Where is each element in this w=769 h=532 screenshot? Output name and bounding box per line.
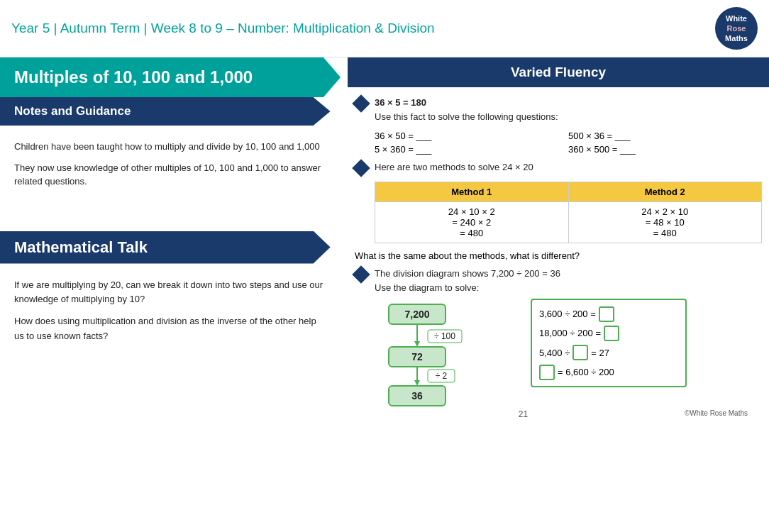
methods-row: 24 × 10 × 2 = 240 × 2 = 480 24 × 2 × 10 … (375, 202, 762, 243)
logo-line1: White (726, 13, 747, 23)
methods-table: Method 1 Method 2 24 × 10 × 2 = 240 × 2 … (375, 182, 762, 243)
notes-title-bar: Notes and Guidance (0, 97, 341, 126)
fluency-item-2: Here are two methods to solve 24 × 20 (355, 160, 762, 174)
left-panel: Multiples of 10, 100 and 1,000 Notes and… (0, 57, 341, 531)
svg-marker-7 (414, 380, 420, 386)
equations-grid: 36 × 50 = ___ 500 × 36 = ___ 5 × 360 = _… (375, 131, 762, 155)
math-talk-title: Mathematical Talk (14, 238, 326, 257)
main-layout: Multiples of 10, 100 and 1,000 Notes and… (0, 57, 769, 531)
solve2-answer-box (604, 326, 619, 341)
methods-question: What is the same about the methods, what… (355, 250, 762, 261)
diamond-icon-1 (352, 94, 370, 112)
method1-content: 24 × 10 × 2 = 240 × 2 = 480 (375, 202, 569, 243)
notes-content: Children have been taught how to multipl… (0, 133, 341, 189)
fluency-fact: 36 × 5 = 180 Use this fact to solve the … (375, 96, 558, 123)
right-panel: Varied Fluency 36 × 5 = 180 Use this fac… (341, 57, 769, 531)
notes-p1: Children have been taught how to multipl… (14, 140, 326, 154)
copyright: ©White Rose Maths (685, 409, 755, 417)
fact-bold: 36 × 5 = 180 (375, 97, 426, 108)
svg-text:36: 36 (411, 390, 423, 401)
talk-p2: How does using multiplication and divisi… (14, 314, 326, 344)
solve1-text: 3,600 ÷ 200 = (539, 304, 596, 323)
method2-header: Method 2 (568, 182, 762, 202)
diamond-icon-3 (352, 265, 370, 283)
notes-title: Notes and Guidance (14, 104, 326, 118)
varied-fluency-title: Varied Fluency (362, 65, 755, 80)
logo: White Rose Maths (715, 7, 758, 50)
solve-row-2: 18,000 ÷ 200 = (539, 323, 678, 343)
math-talk-content: If we are multiplying by 20, can we brea… (0, 271, 341, 344)
varied-fluency-bar: Varied Fluency (348, 57, 769, 87)
eq3: 5 × 360 = ___ (375, 144, 568, 155)
solve-box: 3,600 ÷ 200 = 18,000 ÷ 200 = 5,400 ÷ = 2… (531, 299, 687, 387)
solve3-text: 5,400 ÷ (539, 343, 570, 362)
fluency-section: 36 × 5 = 180 Use this fact to solve the … (348, 96, 769, 419)
solve4-text: = 6,600 ÷ 200 (558, 362, 614, 382)
solve-row-1: 3,600 ÷ 200 = (539, 304, 678, 323)
main-title-bar: Multiples of 10, 100 and 1,000 (0, 57, 341, 97)
header-year: Year 5 | (11, 21, 60, 35)
math-talk-title-bar: Mathematical Talk (0, 231, 341, 264)
method2-content: 24 × 2 × 10 = 48 × 10 = 480 (568, 202, 762, 243)
svg-text:÷ 2: ÷ 2 (436, 371, 448, 381)
fact-subtitle: Use this fact to solve the following que… (375, 111, 558, 122)
solve3-mid: = 27 (591, 343, 609, 362)
method1-header: Method 1 (375, 182, 569, 202)
svg-text:÷ 100: ÷ 100 (434, 331, 455, 341)
diamond-icon-2 (352, 159, 370, 177)
header-title: Year 5 | Autumn Term | Week 8 to 9 – Num… (11, 21, 435, 36)
talk-p1: If we are multiplying by 20, can we brea… (14, 278, 326, 308)
header: Year 5 | Autumn Term | Week 8 to 9 – Num… (0, 0, 769, 57)
main-title: Multiples of 10, 100 and 1,000 (14, 67, 326, 87)
eq1: 36 × 50 = ___ (375, 131, 568, 141)
solve2-text: 18,000 ÷ 200 = (539, 323, 601, 343)
notes-p2: They now use knowledge of other multiple… (14, 161, 326, 189)
division-intro-text: The division diagram shows 7,200 ÷ 200 =… (375, 267, 560, 294)
division-section: 7,200 ÷ 100 72 (355, 299, 762, 404)
solve-row-3: 5,400 ÷ = 27 (539, 343, 678, 362)
fluency-item-1: 36 × 5 = 180 Use this fact to solve the … (355, 96, 762, 123)
eq2: 500 × 36 = ___ (568, 131, 762, 141)
logo-line3: Maths (725, 33, 748, 43)
page-number: 21 (519, 409, 528, 419)
solve-row-4: = 6,600 ÷ 200 (539, 362, 678, 382)
logo-line2: Rose (727, 23, 746, 33)
division-diagram: 7,200 ÷ 100 72 (375, 299, 524, 404)
solve1-answer-box (599, 306, 614, 322)
division-svg: 7,200 ÷ 100 72 (375, 299, 516, 401)
methods-intro: Here are two methods to solve 24 × 20 (375, 160, 533, 174)
svg-marker-2 (414, 341, 420, 347)
eq4: 360 × 500 = ___ (568, 144, 762, 155)
solve4-input-box (539, 365, 555, 380)
page-footer: 21 ©White Rose Maths (355, 406, 762, 419)
fluency-item-3: The division diagram shows 7,200 ÷ 200 =… (355, 267, 762, 294)
svg-text:72: 72 (411, 351, 423, 362)
svg-text:7,200: 7,200 (404, 309, 429, 320)
header-term: Autumn Term | Week 8 to 9 – Number: Mult… (60, 21, 435, 35)
solve3-input-box (572, 345, 588, 360)
